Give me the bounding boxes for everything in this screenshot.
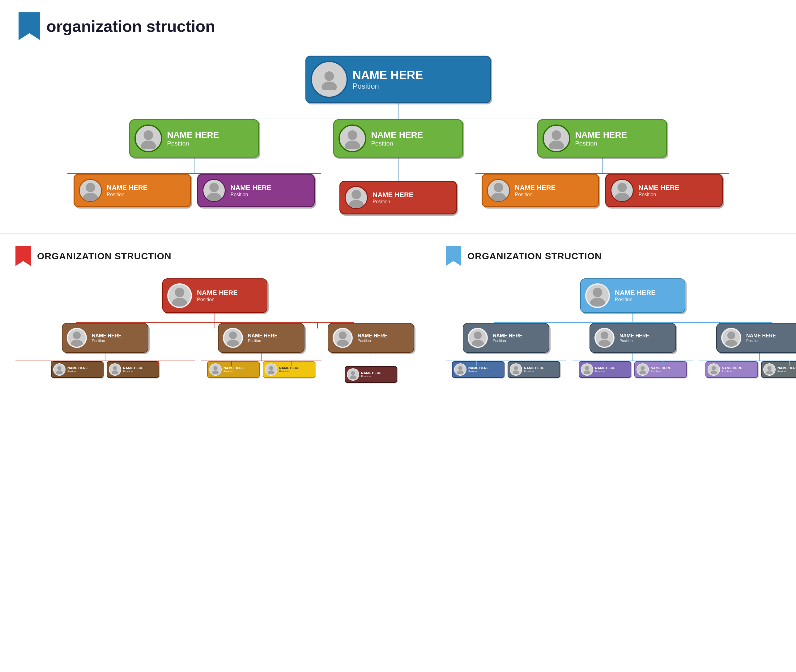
avatar-l3-4 bbox=[487, 179, 510, 202]
bl-pos-l2-2: Position bbox=[248, 339, 278, 343]
bl-name-l3-1: NAME HERE bbox=[67, 366, 88, 370]
tree-node-l3-1: NAME HERE Position bbox=[74, 174, 191, 207]
bl-name-l3-3: NAME HERE bbox=[224, 366, 244, 370]
bl-avatar-l1 bbox=[167, 283, 192, 308]
vline-l2-2 bbox=[398, 158, 399, 173]
card-text-level1: NAME HERE Position bbox=[353, 69, 423, 91]
card-l3-2: NAME HERE Position bbox=[197, 174, 315, 207]
card-l3-5: NAME HERE Position bbox=[605, 174, 723, 207]
name-l2-3: NAME HERE bbox=[575, 130, 627, 140]
top-section: organization struction NAME HERE Positio… bbox=[0, 0, 796, 234]
br-pos-l2-2: Position bbox=[620, 339, 649, 343]
panel-left-header: ORGANIZATION STRUCTION bbox=[16, 246, 414, 266]
bl-card-l3-4: NAME HERE Position bbox=[263, 361, 315, 378]
bl-avatar-l2-2 bbox=[223, 328, 243, 348]
br-pos-l3-3: Position bbox=[595, 370, 615, 373]
card-l2-3: NAME HERE Position bbox=[537, 119, 667, 158]
br-avatar-l2-3 bbox=[721, 328, 741, 348]
avatar-l3-1 bbox=[79, 179, 102, 202]
org-chart-left: NAME HERE Position bbox=[16, 278, 414, 383]
br-card-l3-1: NAME HERE Position bbox=[452, 361, 505, 378]
bookmark-teal-icon bbox=[446, 246, 461, 266]
vline-l2-3 bbox=[602, 158, 602, 173]
avatar-l2-2 bbox=[338, 125, 366, 152]
pos-l2-3: Position bbox=[575, 140, 627, 147]
bl-card-l3-2: NAME HERE Position bbox=[107, 361, 159, 378]
br-l2-3-node: NAME HERE Position bbox=[699, 323, 796, 378]
org-chart-right: NAME HERE Position bbox=[446, 278, 796, 378]
br-card-l2-3: NAME HERE Position bbox=[716, 323, 796, 353]
bl-avatar-l2-1 bbox=[67, 328, 87, 348]
tree-node-l2-2: NAME HERE Position NAME HERE Position bbox=[333, 119, 463, 214]
br-pos-l1: Position bbox=[615, 297, 656, 302]
vline-l1 bbox=[398, 103, 399, 118]
bl-name-l3-5: NAME HERE bbox=[361, 371, 381, 375]
bl-l3-group2: NAME HERE Position NAME HERE Position bbox=[207, 361, 315, 378]
pos-l3-5: Position bbox=[639, 192, 679, 197]
avatar-l3-2 bbox=[202, 179, 226, 202]
br-card-l3-4: NAME HERE Position bbox=[634, 361, 687, 378]
page-title: organization struction bbox=[46, 17, 215, 35]
bl-card-l2-2: NAME HERE Position bbox=[218, 323, 304, 353]
name-l3-1: NAME HERE bbox=[107, 184, 148, 192]
bl-pos-l1: Position bbox=[197, 297, 238, 302]
panel-right-header: ORGANIZATION STRUCTION bbox=[446, 246, 796, 266]
name-l2-1: NAME HERE bbox=[167, 130, 219, 140]
bl-pos-l3-5: Position bbox=[361, 375, 381, 378]
bl-l2-1-node: NAME HERE Position bbox=[16, 323, 195, 383]
br-l2-2-node: NAME HERE Position bbox=[572, 323, 693, 378]
tree-node-l2-3: NAME HERE Position bbox=[476, 119, 729, 214]
br-name-l3-1: NAME HERE bbox=[468, 366, 489, 370]
br-name-l3-4: NAME HERE bbox=[651, 366, 671, 370]
bottom-right-panel: ORGANIZATION STRUCTION NAME HERE Positio… bbox=[430, 234, 796, 542]
bl-name-l3-4: NAME HERE bbox=[279, 366, 300, 370]
bottom-row: ORGANIZATION STRUCTION NAME HERE Positio… bbox=[0, 234, 796, 542]
br-name-l2-1: NAME HERE bbox=[493, 333, 522, 339]
bl-l2-2-node: NAME HERE Position bbox=[201, 323, 322, 383]
l3-group-3: NAME HERE Position NAME HERE bbox=[482, 174, 723, 207]
bl-pos-l3-4: Position bbox=[279, 370, 300, 373]
pos-l2-2: Position bbox=[371, 140, 423, 147]
bl-name-l1: NAME HERE bbox=[197, 289, 238, 297]
name-l3-4: NAME HERE bbox=[515, 184, 556, 192]
bl-card-l2-3: NAME HERE Position bbox=[328, 323, 414, 353]
vline-l2-1 bbox=[194, 158, 194, 173]
bl-name-l3-2: NAME HERE bbox=[123, 366, 143, 370]
panel-right-title: ORGANIZATION STRUCTION bbox=[468, 251, 602, 261]
bl-pos-l2-1: Position bbox=[92, 339, 122, 343]
br-pos-l2-3: Position bbox=[746, 339, 776, 343]
card-level1: NAME HERE Position bbox=[306, 56, 491, 103]
br-pos-l3-1: Position bbox=[468, 370, 489, 373]
bl-pos-l3-2: Position bbox=[123, 370, 143, 373]
bookmark-red-icon bbox=[16, 246, 31, 266]
bl-card-l3-1: NAME HERE Position bbox=[51, 361, 104, 378]
name-l2-2: NAME HERE bbox=[371, 130, 423, 140]
bl-name-l2-1: NAME HERE bbox=[92, 333, 122, 339]
br-pos-l3-6: Position bbox=[777, 370, 796, 373]
header-row: organization struction bbox=[19, 12, 777, 40]
name-l3-5: NAME HERE bbox=[639, 184, 679, 192]
tree-node-l3-4: NAME HERE Position bbox=[482, 174, 599, 207]
br-avatar-l2-2 bbox=[594, 328, 615, 348]
br-card-l3-6: NAME HERE Position bbox=[761, 361, 796, 378]
br-l1-node: NAME HERE Position bbox=[494, 278, 772, 323]
br-card-l3-3: NAME HERE Position bbox=[579, 361, 631, 378]
card-l3-3: NAME HERE Position bbox=[340, 181, 457, 214]
bl-l2-3-node: NAME HERE Position NAME HERE Position bbox=[328, 323, 414, 383]
name-level1: NAME HERE bbox=[353, 69, 423, 82]
pos-l3-1: Position bbox=[107, 192, 148, 197]
br-l2-1-node: NAME HERE Position bbox=[446, 323, 566, 378]
bl-card-l2-1: NAME HERE Position bbox=[62, 323, 148, 353]
bl-avatar-l2-3 bbox=[333, 328, 353, 348]
avatar-l2-1 bbox=[135, 125, 162, 152]
br-name-l3-5: NAME HERE bbox=[722, 366, 742, 370]
bookmark-icon bbox=[19, 12, 40, 40]
tree-node-l3-2: NAME HERE Position bbox=[197, 174, 315, 207]
card-l3-4: NAME HERE Position bbox=[482, 174, 599, 207]
br-pos-l3-2: Position bbox=[524, 370, 545, 373]
avatar-level1 bbox=[311, 61, 348, 98]
br-card-l3-2: NAME HERE Position bbox=[508, 361, 560, 378]
l3-group-1: NAME HERE Position NAME HERE bbox=[74, 174, 315, 207]
bl-card-l3-3: NAME HERE Position bbox=[207, 361, 259, 378]
pos-l3-3: Position bbox=[373, 199, 413, 205]
